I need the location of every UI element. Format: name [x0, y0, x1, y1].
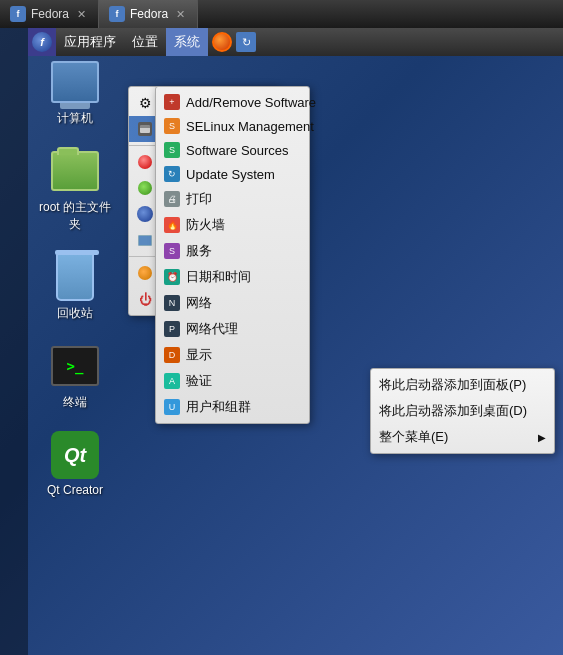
- context-add-desktop[interactable]: 将此启动器添加到桌面(D): [371, 398, 554, 424]
- selinux-icon: S: [164, 118, 180, 134]
- menu-places[interactable]: 位置: [124, 28, 166, 56]
- update-icon[interactable]: ↻: [236, 32, 256, 52]
- tab-close-2[interactable]: ✕: [173, 7, 187, 21]
- terminal-icon-label: 终端: [63, 394, 87, 411]
- auth-icon: A: [164, 373, 180, 389]
- manage-submenu: + Add/Remove Software S SELinux Manageme…: [155, 86, 310, 424]
- fedora-icon: [137, 206, 153, 222]
- menu-applications[interactable]: 应用程序: [56, 28, 124, 56]
- network-proxy-icon: P: [164, 321, 180, 337]
- taskbar: f Fedora ✕ f Fedora ✕: [0, 0, 563, 28]
- tab-close-1[interactable]: ✕: [74, 7, 88, 21]
- logout-icon: [137, 265, 153, 281]
- service-icon: S: [164, 243, 180, 259]
- firewall-icon: 🔥: [164, 217, 180, 233]
- desktop-icon-qt[interactable]: Qt Qt Creator: [35, 431, 115, 497]
- trash-icon-img: [51, 253, 99, 301]
- fedora-button[interactable]: f: [28, 28, 56, 56]
- tab-icon-1: f: [10, 6, 26, 22]
- display-icon: D: [164, 347, 180, 363]
- datetime-icon: ⏰: [164, 269, 180, 285]
- print-icon: 🖨: [164, 191, 180, 207]
- computer-small-icon: [137, 232, 153, 248]
- desktop-icon-trash[interactable]: 回收站: [35, 253, 115, 322]
- gear-icon: ⚙: [137, 95, 153, 111]
- home-icon-label: root 的主文件夹: [35, 199, 115, 233]
- terminal-icon-img: >_: [51, 342, 99, 390]
- menubar: f 应用程序 位置 系统 ↻: [28, 28, 563, 56]
- menu-item-firewall[interactable]: 🔥 防火墙: [156, 212, 309, 238]
- computer-icon-label: 计算机: [57, 110, 93, 127]
- desktop-icon-home[interactable]: root 的主文件夹: [35, 147, 115, 233]
- menu-item-users[interactable]: U 用户和组群: [156, 394, 309, 420]
- manage-icon: [137, 121, 153, 137]
- desktop-icon-computer[interactable]: 计算机: [35, 58, 115, 127]
- software-sources-icon: S: [164, 142, 180, 158]
- app-panel: [0, 28, 28, 655]
- menu-item-display[interactable]: D 显示: [156, 342, 309, 368]
- computer-icon-img: [51, 58, 99, 106]
- menu-item-datetime[interactable]: ⏰ 日期和时间: [156, 264, 309, 290]
- network-icon: N: [164, 295, 180, 311]
- context-submenu: 将此启动器添加到面板(P) 将此启动器添加到桌面(D) 整个菜单(E) ▶: [370, 368, 555, 454]
- gnome-icon: [137, 180, 153, 196]
- fedora-logo: f: [32, 32, 52, 52]
- desktop: f 应用程序 位置 系统 ↻ 计算机 root 的主: [0, 28, 563, 655]
- menu-extra-icons: ↻: [212, 32, 256, 52]
- home-icon-img: [51, 147, 99, 195]
- tab-icon-2: f: [109, 6, 125, 22]
- menu-item-network-proxy[interactable]: P 网络代理: [156, 316, 309, 342]
- menu-item-selinux[interactable]: S SELinux Management: [156, 114, 309, 138]
- arrow-entire-menu: ▶: [538, 432, 546, 443]
- tab-fedora-2[interactable]: f Fedora ✕: [99, 0, 198, 28]
- help-icon: [137, 154, 153, 170]
- desktop-icon-terminal[interactable]: >_ 终端: [35, 342, 115, 411]
- firefox-icon[interactable]: [212, 32, 232, 52]
- power-icon: ⏻: [137, 291, 153, 307]
- context-entire-menu[interactable]: 整个菜单(E) ▶: [371, 424, 554, 450]
- update-sys-icon: ↻: [164, 166, 180, 182]
- qt-icon-img: Qt: [51, 431, 99, 479]
- desktop-icon-container: 计算机 root 的主文件夹 回收站 >_ 终端 Qt Qt Creator: [35, 58, 115, 497]
- menu-item-auth[interactable]: A 验证: [156, 368, 309, 394]
- tab-label-2: Fedora: [130, 7, 168, 21]
- tab-label-1: Fedora: [31, 7, 69, 21]
- context-add-panel[interactable]: 将此启动器添加到面板(P): [371, 372, 554, 398]
- menu-system[interactable]: 系统: [166, 28, 208, 56]
- menu-item-print[interactable]: 🖨 打印: [156, 186, 309, 212]
- users-icon: U: [164, 399, 180, 415]
- menu-item-software-sources[interactable]: S Software Sources: [156, 138, 309, 162]
- qt-icon-label: Qt Creator: [47, 483, 103, 497]
- menu-item-update[interactable]: ↻ Update System: [156, 162, 309, 186]
- menu-item-network[interactable]: N 网络: [156, 290, 309, 316]
- menu-item-service[interactable]: S 服务: [156, 238, 309, 264]
- menu-item-addremove[interactable]: + Add/Remove Software: [156, 90, 309, 114]
- addremove-icon: +: [164, 94, 180, 110]
- trash-icon-label: 回收站: [57, 305, 93, 322]
- tab-fedora-1[interactable]: f Fedora ✕: [0, 0, 99, 28]
